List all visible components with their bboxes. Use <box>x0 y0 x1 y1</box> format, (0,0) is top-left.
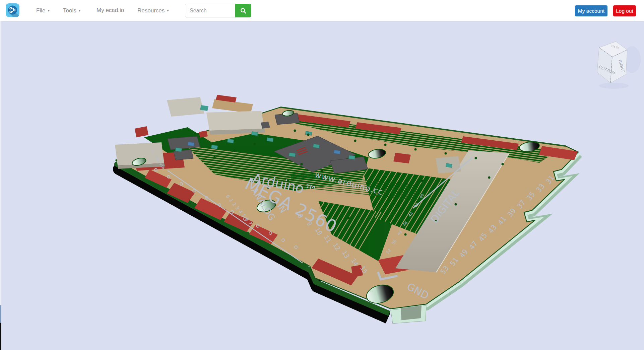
search-bar <box>185 4 251 17</box>
my-account-button[interactable]: My account <box>575 5 607 16</box>
left-edge-strip <box>0 323 1 350</box>
menu-tools[interactable]: Tools▾ <box>63 0 80 21</box>
menu-resources[interactable]: Resources▾ <box>137 0 169 21</box>
log-out-button[interactable]: Log out <box>613 5 636 16</box>
search-icon <box>240 7 247 14</box>
menu-my-ecadio[interactable]: My ecad.io <box>96 0 124 21</box>
circuit-logo-icon <box>6 3 19 17</box>
search-input[interactable] <box>185 4 235 17</box>
menu-file[interactable]: File▾ <box>36 0 50 21</box>
usb-connector <box>206 111 264 131</box>
navbar: File▾ Tools▾ My ecad.io Resources▾ My ac… <box>0 0 644 21</box>
chevron-down-icon: ▾ <box>167 8 169 12</box>
3d-viewport-canvas[interactable]: Arduino™ MEGA 2560 ANALOG IN DIGITAL GND… <box>0 21 644 350</box>
left-scrollbar-track <box>0 21 1 305</box>
search-button[interactable] <box>235 4 251 17</box>
left-scrollbar-thumb[interactable] <box>0 305 1 323</box>
view-cube-shadow <box>599 83 629 89</box>
app-logo[interactable] <box>6 3 19 17</box>
pcb-board: Arduino™ MEGA 2560 ANALOG IN DIGITAL GND… <box>115 95 578 324</box>
usb-connector-shield <box>167 97 204 117</box>
chevron-down-icon: ▾ <box>48 8 50 12</box>
chevron-down-icon: ▾ <box>79 8 81 12</box>
app-window: File▾ Tools▾ My ecad.io Resources▾ My ac… <box>0 0 644 350</box>
view-cube[interactable]: BOTTOM RIGHT REAR <box>597 42 641 89</box>
